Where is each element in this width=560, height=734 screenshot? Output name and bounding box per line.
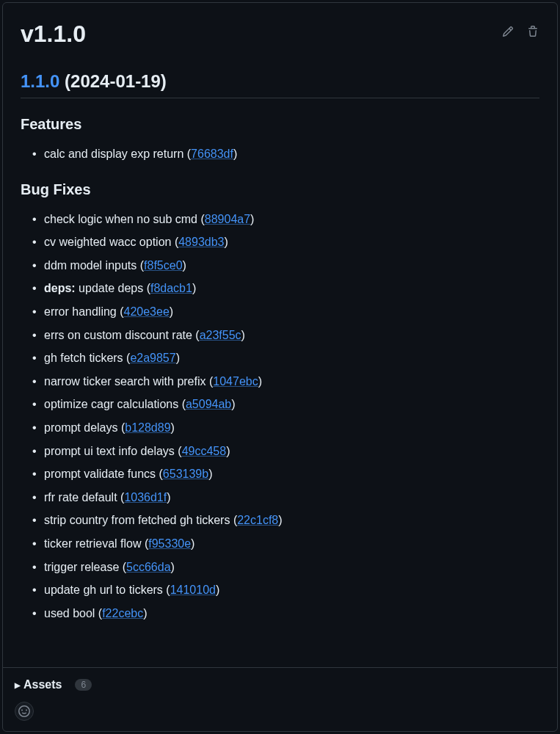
item-text: check logic when no sub cmd — [44, 213, 200, 225]
item-text: optimize cagr calculations — [44, 398, 182, 410]
commit-link[interactable]: a5094ab — [186, 398, 231, 410]
list-item: narrow ticker search with prefix (1047eb… — [44, 372, 539, 391]
list-item: prompt validate funcs (653139b) — [44, 465, 539, 484]
list-item: error handling (420e3ee) — [44, 302, 539, 321]
list-item: prompt ui text info delays (49cc458) — [44, 442, 539, 461]
list-item: calc and display exp return (76683df) — [44, 145, 539, 164]
edit-icon[interactable] — [501, 25, 514, 38]
commit-link[interactable]: 420e3ee — [124, 305, 170, 318]
commit-link[interactable]: b128d89 — [125, 421, 170, 434]
commit-link[interactable]: 141010d — [170, 584, 216, 596]
list-item: trigger release (5cc66da) — [44, 558, 539, 577]
version-link[interactable]: 1.1.0 — [21, 71, 59, 91]
features-heading: Features — [21, 116, 539, 133]
smiley-icon[interactable] — [15, 702, 34, 721]
item-text: strip country from fetched gh tickers — [44, 514, 233, 526]
commit-link[interactable]: 22c1cf8 — [237, 514, 278, 526]
reaction-row — [3, 702, 557, 731]
item-text: narrow ticker search with prefix — [44, 375, 209, 388]
commit-link[interactable]: 76683df — [191, 148, 233, 160]
assets-count-badge: 6 — [75, 679, 92, 691]
release-card: v1.1.0 1.1.0 (2024-01-19) Features calc … — [2, 2, 558, 732]
assets-row: ▶ Assets 6 — [3, 668, 557, 702]
item-text: prompt delays — [44, 421, 121, 434]
list-item: errs on custom discount rate (a23f55c) — [44, 326, 539, 345]
item-text: prompt ui text info delays — [44, 445, 178, 457]
item-text: used bool — [44, 607, 98, 619]
list-item: strip country from fetched gh tickers (2… — [44, 511, 539, 530]
list-item: cv weighted wacc option (4893db3) — [44, 233, 539, 252]
list-item: used bool (f22cebc) — [44, 604, 539, 623]
list-item: prompt delays (b128d89) — [44, 418, 539, 437]
item-prefix: deps: — [44, 282, 76, 294]
list-item: check logic when no sub cmd (88904a7) — [44, 210, 539, 229]
item-text: update gh url to tickers — [44, 584, 166, 596]
item-text: ddm model inputs — [44, 259, 140, 272]
commit-link[interactable]: f8dacb1 — [150, 282, 192, 294]
item-text: trigger release — [44, 561, 123, 573]
release-title: v1.1.0 — [21, 21, 86, 48]
list-item: rfr rate default (1036d1f) — [44, 488, 539, 507]
commit-link[interactable]: 1047ebc — [213, 375, 258, 388]
item-text: cv weighted wacc option — [44, 236, 175, 248]
assets-label-text: Assets — [23, 678, 62, 691]
commit-link[interactable]: 1036d1f — [124, 491, 167, 504]
release-header: v1.1.0 — [3, 3, 557, 54]
header-actions — [501, 25, 539, 38]
item-text: errs on custom discount rate — [44, 329, 195, 341]
trash-icon[interactable] — [526, 25, 539, 38]
version-heading: 1.1.0 (2024-01-19) — [21, 71, 539, 98]
item-text: ticker retrieval flow — [44, 537, 145, 550]
item-text: calc and display exp return — [44, 148, 187, 160]
item-text: update deps — [76, 282, 147, 294]
bugfixes-list: check logic when no sub cmd (88904a7)cv … — [21, 210, 539, 623]
list-item: optimize cagr calculations (a5094ab) — [44, 395, 539, 414]
commit-link[interactable]: a23f55c — [200, 329, 241, 341]
item-text: prompt validate funcs — [44, 468, 159, 480]
commit-link[interactable]: f95330e — [148, 537, 191, 550]
commit-link[interactable]: f8f5ce0 — [144, 259, 182, 272]
commit-link[interactable]: f22cebc — [102, 607, 143, 619]
bugfixes-heading: Bug Fixes — [21, 181, 539, 198]
commit-link[interactable]: 4893db3 — [178, 236, 224, 248]
list-item: ddm model inputs (f8f5ce0) — [44, 256, 539, 275]
commit-link[interactable]: 88904a7 — [205, 213, 250, 225]
list-item: update gh url to tickers (141010d) — [44, 581, 539, 600]
features-list: calc and display exp return (76683df) — [21, 145, 539, 164]
release-body: 1.1.0 (2024-01-19) Features calc and dis… — [3, 54, 557, 667]
commit-link[interactable]: 653139b — [163, 468, 208, 480]
caret-right-icon: ▶ — [15, 681, 21, 689]
item-text: rfr rate default — [44, 491, 120, 504]
version-date: (2024-01-19) — [59, 71, 166, 91]
item-text: gh fetch tickers — [44, 352, 126, 364]
commit-link[interactable]: 49cc458 — [182, 445, 227, 457]
list-item: deps: update deps (f8dacb1) — [44, 279, 539, 298]
list-item: gh fetch tickers (e2a9857) — [44, 349, 539, 368]
assets-toggle[interactable]: ▶ Assets — [15, 678, 62, 691]
commit-link[interactable]: e2a9857 — [130, 352, 175, 364]
item-text: error handling — [44, 305, 120, 318]
list-item: ticker retrieval flow (f95330e) — [44, 534, 539, 553]
commit-link[interactable]: 5cc66da — [126, 561, 171, 573]
